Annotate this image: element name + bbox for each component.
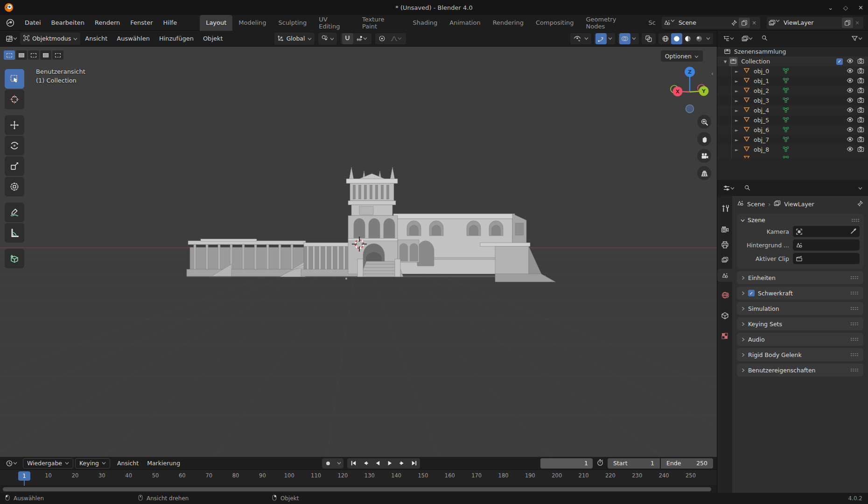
properties-tab-tool[interactable]	[717, 202, 732, 215]
shading-solid-button[interactable]	[671, 33, 682, 44]
shading-material-button[interactable]	[682, 33, 693, 44]
workspace-tab-texture-paint[interactable]: Texture Paint	[356, 15, 407, 31]
pivot-point-selector[interactable]	[318, 33, 337, 45]
eyedropper-icon[interactable]	[850, 228, 857, 236]
disable-render-icon[interactable]	[857, 97, 864, 105]
panel-grip[interactable]	[850, 353, 859, 357]
properties-tab-viewlayer[interactable]	[717, 253, 732, 266]
object-name[interactable]: obj_6	[754, 126, 769, 133]
remove-viewlayer-button[interactable]: ×	[855, 20, 860, 26]
annotate-tool[interactable]	[5, 203, 24, 222]
aktiver-clip-field[interactable]	[793, 253, 860, 264]
hide-eye-icon[interactable]	[847, 97, 854, 105]
object-name[interactable]: obj_4	[754, 107, 769, 114]
move-tool[interactable]	[5, 115, 24, 135]
outliner-filter-button[interactable]	[848, 33, 865, 45]
properties-section-rigid-body-gelenk[interactable]: Rigid Body Gelenk	[737, 348, 863, 361]
hide-eye-icon[interactable]	[847, 106, 854, 115]
disable-render-icon[interactable]	[857, 126, 864, 134]
shading-wireframe-button[interactable]	[660, 33, 671, 44]
disable-render-icon[interactable]	[857, 57, 864, 66]
add-cube-tool[interactable]	[5, 249, 24, 268]
disable-render-icon[interactable]	[857, 136, 864, 144]
panel-grip[interactable]	[850, 322, 859, 326]
select-mode-intersect[interactable]	[52, 50, 63, 60]
auto-keying-toggle[interactable]	[322, 458, 334, 469]
hide-eye-icon[interactable]	[847, 116, 854, 125]
panel-grip[interactable]	[851, 218, 860, 222]
hide-eye-icon[interactable]	[847, 136, 854, 144]
hide-eye-icon[interactable]	[847, 67, 854, 76]
panel-grip[interactable]	[850, 368, 859, 372]
properties-section-schwerkraft[interactable]: ✓Schwerkraft	[737, 287, 863, 300]
hide-eye-icon[interactable]	[847, 77, 854, 85]
previous-keyframe-button[interactable]	[359, 458, 371, 469]
object-name[interactable]: obj_2	[754, 87, 769, 94]
workspace-tab-geometry-nodes[interactable]: Geometry Nodes	[580, 15, 643, 31]
properties-section-simulation[interactable]: Simulation	[737, 302, 863, 315]
viewport-menu-0[interactable]: Ansicht	[80, 31, 112, 47]
window-maximize-button[interactable]: ◇	[843, 4, 848, 11]
properties-tab-render[interactable]	[717, 223, 732, 236]
properties-editor-type[interactable]	[720, 182, 737, 194]
select-mode-subtract[interactable]	[28, 50, 39, 60]
menu-bearbeiten[interactable]: Bearbeiten	[46, 15, 90, 31]
menu-rendern[interactable]: Rendern	[90, 15, 125, 31]
object-name[interactable]: obj_0	[754, 68, 769, 75]
timeline-menu-markierung[interactable]: Markierung	[143, 460, 184, 467]
menu-fenster[interactable]: Fenster	[125, 15, 158, 31]
new-scene-button[interactable]	[739, 18, 750, 28]
object-visibility-selector[interactable]	[572, 33, 583, 44]
window-close-button[interactable]: ✕	[858, 4, 863, 11]
sidebar-collapse-arrow[interactable]: ‹	[711, 70, 714, 77]
unlink-scene-button[interactable]: ×	[752, 20, 756, 26]
object-name[interactable]: obj_1	[754, 77, 769, 84]
hide-eye-icon[interactable]	[847, 87, 854, 95]
outliner-row-object[interactable]: ►obj_0	[717, 66, 868, 76]
scene-name[interactable]: Scene	[675, 19, 731, 26]
frame-start-field[interactable]: Start1	[608, 458, 660, 469]
viewport-menu-1[interactable]: Auswählen	[112, 31, 154, 47]
menu-datei[interactable]: Datei	[20, 15, 46, 31]
mode-selector[interactable]: Objektmodus	[20, 33, 80, 45]
outliner-row-object[interactable]: ►obj_2	[717, 86, 868, 96]
viewport-menu-2[interactable]: Hinzufügen	[154, 31, 198, 47]
properties-section-audio[interactable]: Audio	[737, 333, 863, 346]
hide-eye-icon[interactable]	[847, 126, 854, 134]
outliner-row-object[interactable]: ►obj_5	[717, 115, 868, 125]
workspace-tab-layout[interactable]: Layout	[200, 15, 232, 31]
object-name[interactable]: obj_7	[754, 136, 769, 143]
current-frame-field[interactable]: 1	[540, 458, 593, 469]
outliner-row-object[interactable]: ►obj_1	[717, 76, 868, 86]
timeline-menu-keying[interactable]: Keying	[75, 458, 110, 469]
properties-section-benutzereigenschaften[interactable]: Benutzereigenschaften	[737, 364, 863, 377]
properties-search-input[interactable]	[740, 182, 836, 194]
disable-render-icon[interactable]	[857, 87, 864, 95]
shading-rendered-button[interactable]	[693, 33, 705, 44]
disable-render-icon[interactable]	[857, 146, 864, 154]
timeline-menu-ansicht[interactable]: Ansicht	[113, 460, 143, 467]
viewlayer-selector[interactable]: ViewLayer ×	[767, 17, 863, 29]
frame-end-field[interactable]: Ende250	[661, 458, 713, 469]
outliner-filter-mode[interactable]	[739, 33, 756, 45]
jump-to-end-button[interactable]	[408, 458, 420, 469]
collection-checkbox[interactable]: ✓	[836, 58, 843, 65]
kamera-field[interactable]	[793, 226, 860, 237]
breadcrumb-viewlayer[interactable]: ViewLayer	[784, 201, 814, 208]
xray-toggle[interactable]	[643, 33, 654, 44]
object-name[interactable]: obj_5	[754, 117, 769, 124]
object-name[interactable]: obj_8	[754, 146, 769, 153]
workspace-tab-animation[interactable]: Animation	[443, 15, 486, 31]
properties-tab-world[interactable]	[717, 288, 732, 301]
pin-icon[interactable]	[731, 20, 737, 26]
next-keyframe-button[interactable]	[396, 458, 408, 469]
select-mode-invert[interactable]	[40, 50, 51, 60]
scale-tool[interactable]	[5, 156, 24, 176]
panel-grip[interactable]	[850, 337, 859, 341]
ortho-toggle-button[interactable]	[697, 166, 711, 180]
viewlayer-name[interactable]: ViewLayer	[780, 19, 840, 26]
blender-menu-icon[interactable]	[6, 18, 15, 28]
properties-section-einheiten[interactable]: Einheiten	[737, 271, 863, 284]
viewport-3d[interactable]: Optionen Benutzeransicht (1) Collection …	[0, 47, 717, 457]
outliner-row-object[interactable]: ►obj_6	[717, 125, 868, 135]
